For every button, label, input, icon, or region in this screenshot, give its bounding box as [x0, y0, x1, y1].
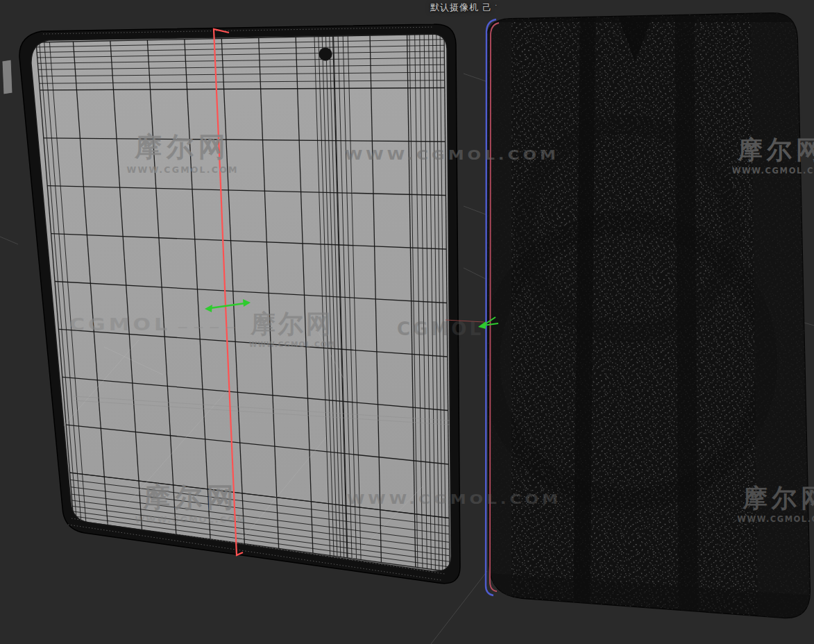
tablet-front-object[interactable] [2, 24, 460, 584]
tablet-front-screen[interactable] [31, 34, 451, 571]
side-button[interactable] [2, 60, 12, 94]
camera-menu-label[interactable]: 默认摄像机 己 · [430, 1, 498, 14]
3d-scene [0, 0, 814, 644]
camera-label-mark: · [495, 2, 498, 9]
viewport: 摩尔网 WWW.CGMOL.COM WWW.CGMOL.COM 摩尔网 WWW.… [0, 0, 814, 644]
tablet-back-object[interactable] [482, 10, 814, 627]
camera-name-text: 默认摄像机 己 [430, 1, 492, 14]
camera-hole [319, 48, 332, 61]
dense-wireframe-texture [482, 10, 814, 627]
